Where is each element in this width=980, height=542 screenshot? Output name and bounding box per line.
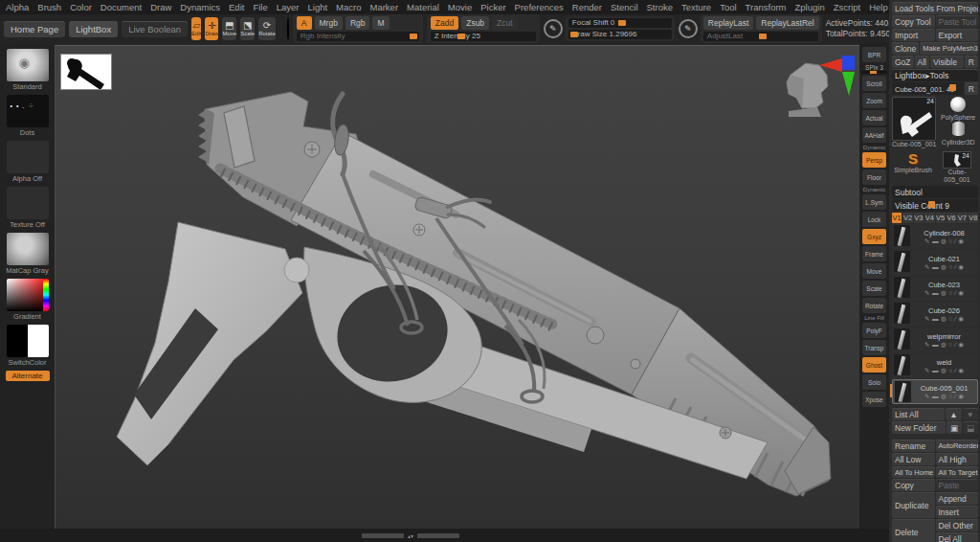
- lock-button[interactable]: Lock: [862, 212, 886, 227]
- bpr-button[interactable]: BPR: [862, 47, 886, 62]
- clone-button[interactable]: Clone: [892, 42, 919, 55]
- uv-icon[interactable]: ◍: [941, 367, 947, 374]
- axis-gizmo[interactable]: [817, 54, 858, 102]
- import-button[interactable]: Import: [892, 29, 935, 41]
- menu-item-alpha[interactable]: Alpha: [6, 2, 29, 12]
- scale-button[interactable]: Scale: [862, 281, 886, 296]
- eye-icon[interactable]: ◉: [958, 237, 964, 245]
- subtool-header[interactable]: Subtool: [892, 186, 978, 198]
- l-sym-button[interactable]: L.Sym: [862, 194, 886, 210]
- a-mode-button[interactable]: A: [297, 16, 312, 30]
- pen-icon[interactable]: ✎: [924, 393, 929, 400]
- uv-icon[interactable]: ◍: [941, 315, 947, 323]
- eye-icon[interactable]: ◉: [958, 341, 964, 349]
- new-folder-button[interactable]: New Folder: [892, 421, 946, 434]
- brush-preview-button[interactable]: [279, 17, 283, 40]
- tray-resize-handle[interactable]: ▴▾: [362, 532, 459, 539]
- zadd-button[interactable]: Zadd: [431, 16, 458, 30]
- menu-item-texture[interactable]: Texture: [681, 2, 711, 12]
- polypaint-icon[interactable]: ▬: [932, 289, 939, 297]
- move-button[interactable]: ⬒Move: [222, 17, 236, 40]
- mask-icon[interactable]: ○: [948, 315, 952, 323]
- menu-item-brush[interactable]: Brush: [37, 2, 61, 12]
- rename-button[interactable]: Rename: [892, 440, 935, 452]
- insert-button[interactable]: Insert: [936, 506, 979, 518]
- secondary-color-swatch[interactable]: [28, 325, 49, 357]
- menu-item-material[interactable]: Material: [407, 2, 439, 12]
- gxyz-button[interactable]: Gxyz: [862, 229, 886, 244]
- all-low-button[interactable]: All Low: [892, 453, 935, 465]
- active-tool-slider[interactable]: Cube-005_001. 49: [892, 82, 964, 95]
- z-intensity-slider[interactable]: Z Intensity 25: [431, 32, 536, 41]
- load-tools-button[interactable]: Load Tools From Project: [892, 2, 978, 14]
- rgb-intensity-slider[interactable]: Rgb Intensity: [297, 32, 419, 41]
- subtool-item-welpmirror[interactable]: welpmirror✎▬◍○∕◉: [892, 327, 978, 352]
- all-high-button[interactable]: All High: [936, 453, 979, 465]
- solo-button[interactable]: Solo: [862, 374, 886, 390]
- subtool-tab-v7[interactable]: V7: [957, 213, 967, 223]
- scroll-button[interactable]: Scroll: [862, 76, 886, 91]
- polypaint-icon[interactable]: ▬: [932, 263, 939, 271]
- floor-button[interactable]: Floor: [862, 169, 886, 185]
- menu-item-transform[interactable]: Transform: [746, 2, 787, 12]
- shelf-thumb-texture[interactable]: [7, 187, 49, 219]
- document-canvas[interactable]: [55, 45, 859, 529]
- alternate-button[interactable]: Alternate: [6, 371, 50, 381]
- copy-subtool-button[interactable]: Copy: [892, 479, 935, 491]
- ghost-button[interactable]: Ghost: [862, 357, 886, 373]
- uv-icon[interactable]: ◍: [941, 263, 947, 271]
- draw-button[interactable]: ✛Draw: [205, 17, 218, 40]
- uv-icon[interactable]: ◍: [941, 237, 947, 245]
- subtool-tab-v4[interactable]: V4: [924, 213, 934, 223]
- subtool-tab-v3[interactable]: V3: [914, 213, 924, 223]
- polypaint-icon[interactable]: ▬: [932, 393, 939, 400]
- folder-down-icon-button[interactable]: ⬓: [963, 421, 978, 434]
- draw-size-slider[interactable]: Draw Size 1.29696: [568, 30, 672, 39]
- shelf-thumb-stroke[interactable]: [7, 95, 49, 127]
- slash-icon[interactable]: ∕: [955, 367, 956, 374]
- eye-icon[interactable]: ◉: [958, 315, 964, 323]
- frame-button[interactable]: Frame: [862, 246, 886, 261]
- paste-subtool-button[interactable]: Paste: [936, 479, 979, 491]
- menu-item-stencil[interactable]: Stencil: [611, 2, 638, 12]
- pen-icon[interactable]: ✎: [924, 263, 929, 271]
- subtool-tab-v1[interactable]: V1: [892, 213, 902, 223]
- all-to-home-button[interactable]: All To Home: [892, 466, 935, 478]
- polypaint-icon[interactable]: ▬: [932, 315, 939, 323]
- menu-item-document[interactable]: Document: [100, 2, 142, 12]
- copy-tool-button[interactable]: Copy Tool: [892, 15, 935, 28]
- rotate-button[interactable]: Rotate: [862, 298, 886, 313]
- shelf-thumb-colorpicker[interactable]: [7, 279, 49, 311]
- subtool-up-button[interactable]: ▲: [946, 408, 961, 420]
- main-color-swatch[interactable]: [7, 325, 28, 357]
- move-button[interactable]: Move: [862, 263, 886, 279]
- menu-item-stroke[interactable]: Stroke: [647, 2, 673, 12]
- cylinder3d-thumbnail[interactable]: [947, 122, 969, 139]
- subtool-item-cube-005_001[interactable]: Cube-005_001✎▬◍○∕◉: [892, 379, 978, 404]
- list-all-button[interactable]: List All: [892, 408, 945, 420]
- material-sphere-button[interactable]: [287, 17, 289, 40]
- menu-item-render[interactable]: Render: [572, 2, 602, 12]
- polyf-button[interactable]: PolyF: [862, 323, 886, 338]
- slash-icon[interactable]: ∕: [955, 393, 956, 400]
- polysphere-thumbnail[interactable]: [947, 97, 969, 114]
- zoom-button[interactable]: Zoom: [862, 93, 886, 108]
- rotate-button[interactable]: ⟳Rotate: [258, 17, 276, 40]
- slash-icon[interactable]: ∕: [955, 289, 956, 297]
- eye-icon[interactable]: ◉: [958, 289, 964, 297]
- scale-button[interactable]: ⬔Scale: [240, 17, 255, 40]
- focal-shift-slider[interactable]: Focal Shift 0: [568, 18, 672, 28]
- slash-icon[interactable]: ∕: [955, 263, 956, 271]
- active-tool-thumbnail[interactable]: 24: [892, 97, 936, 141]
- m-button[interactable]: M: [372, 16, 389, 30]
- menu-item-color[interactable]: Color: [70, 2, 92, 12]
- shelf-thumb-alpha[interactable]: [7, 141, 49, 173]
- del-other-button[interactable]: Del Other: [936, 519, 979, 531]
- mask-icon[interactable]: ○: [948, 393, 952, 400]
- shelf-thumb-swatches[interactable]: [7, 325, 49, 357]
- append-button[interactable]: Append: [936, 492, 979, 505]
- shelf-thumb-material[interactable]: [7, 233, 49, 265]
- autoreorder-button[interactable]: AutoReorder: [936, 440, 979, 452]
- pen-icon[interactable]: ✎: [924, 367, 929, 374]
- mask-icon[interactable]: ○: [948, 237, 952, 245]
